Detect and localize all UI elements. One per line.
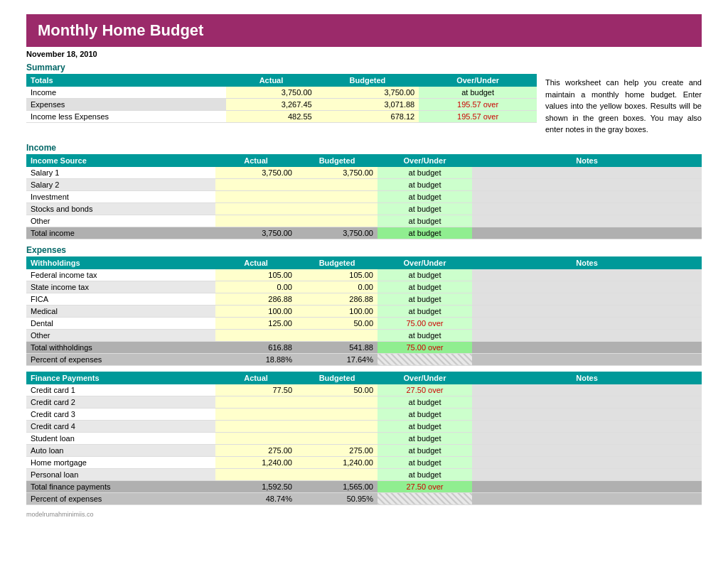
table-row: Other at budget <box>26 215 702 227</box>
with-col-label: Withholdings <box>26 256 215 269</box>
row-notes <box>472 492 702 504</box>
row-notes <box>472 227 702 239</box>
row-overunder: at budget <box>378 456 472 468</box>
row-notes <box>472 456 702 468</box>
row-notes <box>472 167 702 179</box>
summary-col-overunder: Over/Under <box>419 74 537 87</box>
row-notes <box>472 396 702 408</box>
row-notes <box>472 269 702 281</box>
table-row: Salary 2 at budget <box>26 178 702 190</box>
table-row: Federal income tax 105.00 105.00 at budg… <box>26 269 702 281</box>
row-actual: 1,240.00 <box>215 456 296 468</box>
row-overunder: 75.00 over <box>378 317 472 329</box>
summary-row-0-overunder: at budget <box>419 87 537 99</box>
row-actual: 48.74% <box>215 492 296 504</box>
table-row: Home mortgage 1,240.00 1,240.00 at budge… <box>26 456 702 468</box>
row-label: Percent of expenses <box>26 492 215 504</box>
row-budgeted: 50.95% <box>296 492 378 504</box>
table-row: Personal loan at budget <box>26 468 702 480</box>
row-actual: 125.00 <box>215 317 296 329</box>
table-row: Credit card 1 77.50 50.00 27.50 over <box>26 384 702 396</box>
row-overunder: at budget <box>378 281 472 293</box>
table-row: Percent of expenses 48.74% 50.95% <box>26 492 702 504</box>
table-row: Auto loan 275.00 275.00 at budget <box>26 444 702 456</box>
table-row: Investment at budget <box>26 190 702 202</box>
row-actual: 3,750.00 <box>215 227 296 239</box>
row-budgeted: 3,750.00 <box>296 227 378 239</box>
row-overunder: at budget <box>378 202 472 215</box>
row-budgeted: 17.64% <box>296 353 378 365</box>
row-label: Stocks and bonds <box>26 202 215 215</box>
table-row: Credit card 3 at budget <box>26 408 702 420</box>
row-label: Total withholdings <box>26 341 215 353</box>
row-budgeted: 3,750.00 <box>296 167 378 179</box>
row-budgeted: 50.00 <box>296 384 378 396</box>
row-actual <box>215 190 296 202</box>
row-actual: 286.88 <box>215 293 296 305</box>
row-budgeted: 1,565.00 <box>296 480 378 492</box>
row-actual: 275.00 <box>215 444 296 456</box>
row-overunder: at budget <box>378 408 472 420</box>
row-notes <box>472 317 702 329</box>
row-overunder: at budget <box>378 190 472 202</box>
row-overunder: at budget <box>378 178 472 190</box>
row-budgeted: 0.00 <box>296 281 378 293</box>
summary-section-title: Summary <box>26 63 537 72</box>
income-col-source: Income Source <box>26 154 215 167</box>
table-row: Medical 100.00 100.00 at budget <box>26 305 702 317</box>
table-row: Total finance payments 1,592.50 1,565.00… <box>26 480 702 492</box>
row-label: Credit card 3 <box>26 408 215 420</box>
summary-table-area: Summary Totals Actual Budgeted Over/Unde… <box>26 63 537 136</box>
row-overunder: at budget <box>378 468 472 480</box>
row-label: State income tax <box>26 281 215 293</box>
row-notes <box>472 293 702 305</box>
row-label: Student loan <box>26 432 215 444</box>
income-col-notes: Notes <box>472 154 702 167</box>
fin-col-budgeted: Budgeted <box>296 372 378 384</box>
row-budgeted <box>296 408 378 420</box>
row-overunder: at budget <box>378 432 472 444</box>
row-notes <box>472 384 702 396</box>
row-actual <box>215 468 296 480</box>
row-budgeted: 1,240.00 <box>296 456 378 468</box>
table-row: Total withholdings 616.88 541.88 75.00 o… <box>26 341 702 353</box>
row-label: Credit card 4 <box>26 420 215 432</box>
summary-row-2-actual: 482.55 <box>226 111 316 123</box>
table-row: Percent of expenses 18.88% 17.64% <box>26 353 702 365</box>
row-budgeted <box>296 215 378 227</box>
row-label: Medical <box>26 305 215 317</box>
table-row: Credit card 2 at budget <box>26 396 702 408</box>
row-notes <box>472 408 702 420</box>
row-label: Salary 1 <box>26 167 215 179</box>
row-actual: 3,750.00 <box>215 167 296 179</box>
row-actual <box>215 202 296 215</box>
finance-table: Finance Payments Actual Budgeted Over/Un… <box>26 372 702 505</box>
row-label: Percent of expenses <box>26 353 215 365</box>
row-budgeted <box>296 432 378 444</box>
row-actual: 616.88 <box>215 341 296 353</box>
table-row: Credit card 4 at budget <box>26 420 702 432</box>
row-overunder <box>378 492 472 504</box>
row-actual: 18.88% <box>215 353 296 365</box>
row-label: Salary 2 <box>26 178 215 190</box>
watermark: modelrumahminimiis.co <box>26 511 702 518</box>
row-budgeted <box>296 396 378 408</box>
summary-row-1-label: Expenses <box>26 99 226 111</box>
row-label: Investment <box>26 190 215 202</box>
row-budgeted <box>296 190 378 202</box>
row-notes <box>472 202 702 215</box>
row-label: Other <box>26 329 215 341</box>
table-row: Total income 3,750.00 3,750.00 at budget <box>26 227 702 239</box>
row-actual: 1,592.50 <box>215 480 296 492</box>
with-col-actual: Actual <box>215 256 296 269</box>
row-actual: 0.00 <box>215 281 296 293</box>
row-overunder <box>378 353 472 365</box>
row-budgeted <box>296 202 378 215</box>
row-notes <box>472 281 702 293</box>
row-budgeted: 275.00 <box>296 444 378 456</box>
with-col-overunder: Over/Under <box>378 256 472 269</box>
summary-row-1-budgeted: 3,071.88 <box>316 99 419 111</box>
table-row: Salary 1 3,750.00 3,750.00 at budget <box>26 167 702 179</box>
finance-section: Finance Payments Actual Budgeted Over/Un… <box>26 372 702 505</box>
row-actual <box>215 408 296 420</box>
